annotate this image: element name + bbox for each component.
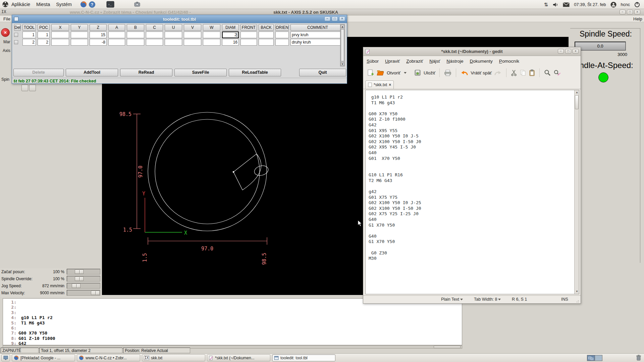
username-label[interactable]: hcnc [621,2,630,7]
paste-icon[interactable] [529,69,535,76]
scroll-down-icon[interactable]: ▼ [341,62,344,66]
spindle-minus-button[interactable] [21,84,28,91]
screenshot-tool-icon[interactable] [134,1,141,8]
tooledit-button[interactable]: Delete [13,69,64,76]
tab-skk-txt[interactable]: *skk.txt × [365,80,394,89]
workspace-switcher[interactable] [587,355,602,361]
gedit-menu-item[interactable]: Dokumenty [470,59,493,64]
cell-diam-focused[interactable]: 2 [222,32,239,38]
cell-x[interactable] [51,39,69,46]
cell-z[interactable]: 15 [90,32,107,38]
open-folder-icon[interactable] [376,69,384,76]
gedit-menu-item[interactable]: Upraviť [385,59,400,64]
cell-poc[interactable]: 2 [38,39,50,46]
estop-button[interactable]: × [1,28,10,37]
cell-back[interactable] [259,39,274,46]
user-icon[interactable] [610,2,616,8]
gedit-menu-item[interactable]: Nájsť [429,59,440,64]
cell-poc[interactable]: 1 [38,32,50,38]
scrollbar-thumb[interactable] [575,95,579,109]
cell-b[interactable] [127,32,144,38]
slider-handle[interactable] [72,284,80,288]
cell-back[interactable] [259,32,274,38]
maximize-icon[interactable]: □ [565,49,571,54]
cell-tool[interactable]: 2 [22,39,36,46]
gedit-menu-item[interactable]: Súbor [367,59,379,64]
cell-tool[interactable]: 1 [22,32,36,38]
chevron-down-icon[interactable] [404,72,407,74]
cell-x[interactable] [51,32,69,38]
scrollbar-thumb[interactable] [434,346,461,348]
scroll-up-icon[interactable]: ▲ [575,91,579,94]
cell-u[interactable] [165,39,182,46]
open-button-label[interactable]: Otvoriť [387,70,400,75]
cell-orien[interactable] [275,39,289,46]
copy-icon[interactable] [520,69,526,76]
cell-comment[interactable]: prvy kruh [290,32,345,38]
cell-v[interactable] [184,39,201,46]
tooledit-button[interactable]: Quit [299,69,346,76]
print-icon[interactable] [444,69,452,76]
panel-menu-item[interactable]: Aplikácie [11,2,30,7]
gedit-menu-item[interactable]: Zobraziť [406,59,423,64]
scroll-up-icon[interactable]: ▲ [341,25,344,28]
cell-w[interactable] [203,32,220,38]
tooledit-button[interactable]: ReRead [120,69,172,76]
spindle-plus-button[interactable] [29,84,36,91]
tooledit-button[interactable]: SaveFile [174,69,227,76]
trash-icon[interactable] [636,355,641,362]
help-icon[interactable]: ? [89,1,96,8]
minimize-icon[interactable]: − [558,49,564,54]
cell-a[interactable] [108,32,125,38]
delete-checkbox[interactable] [14,32,21,38]
clock[interactable]: 07:39, Št 27. feb [574,2,606,7]
search-replace-icon[interactable] [553,69,561,76]
cell-y[interactable] [71,39,88,46]
tooledit-button[interactable]: ReLoadTable [229,69,281,76]
redo-icon[interactable] [494,69,502,76]
terminal-icon[interactable]: ›_ [106,1,114,8]
show-desktop-button[interactable] [1,354,10,361]
taskbar-button-firefox-1[interactable]: [Překladač Google - ... [12,354,75,361]
minimize-icon[interactable]: − [324,16,330,21]
gedit-menu-item[interactable]: Pomocník [499,59,519,64]
close-icon[interactable]: × [339,16,345,21]
axis-menu-help[interactable]: Help [633,16,642,21]
cell-z[interactable]: -8 [90,39,107,46]
delete-checkbox[interactable] [14,39,21,46]
panel-menu-item[interactable]: Miesta [36,2,50,7]
spindle-override-slider[interactable] [67,276,100,282]
maximize-icon[interactable]: □ [627,10,633,14]
taskbar-button-firefox-2[interactable]: www.C-N-C.cz • Zobr... [77,354,140,361]
cell-a[interactable] [108,39,125,46]
cut-icon[interactable] [511,69,517,76]
tool-table-scrollbar[interactable]: ▲ ▼ [340,24,345,66]
language-selector[interactable]: Plain Text [441,297,463,302]
workspace-2[interactable] [595,355,602,361]
volume-icon[interactable] [552,2,558,7]
scrollbar-thumb[interactable] [341,29,344,61]
slider-handle[interactable] [75,269,84,274]
cell-w[interactable] [203,39,220,46]
cell-y[interactable] [71,32,88,38]
taskbar-button-axis[interactable]: IX skk.txt [142,354,205,361]
scroll-down-icon[interactable]: ▼ [575,290,579,293]
cell-u[interactable] [165,32,182,38]
panel-menu-item[interactable]: Systém [56,2,72,7]
tooledit-titlebar[interactable]: tooledit: tool.tbl − □ × [12,15,347,23]
new-document-icon[interactable] [367,69,374,76]
cell-c[interactable] [146,39,163,46]
taskbar-button-tooledit[interactable]: tooledit: tool.tbl [272,354,335,361]
max-velocity-slider[interactable] [67,290,100,296]
slider-handle[interactable] [75,277,84,281]
workspace-1[interactable] [587,355,595,361]
gedit-titlebar[interactable]: *skk.txt (~/Dokumenty) - gedit − □ × [363,47,581,56]
axis-menu-file[interactable]: File [3,16,10,21]
gcode-listing[interactable]: 1:2:3:4: g10 L1 P1 r25: T1 M6 g436:7:G00… [3,298,462,345]
cell-comment[interactable]: druhy kruh [290,39,345,46]
axis-tab-manual-fragment[interactable]: Mar [3,40,10,44]
cell-diam[interactable]: 16 [222,39,239,46]
tooledit-button[interactable]: AddTool [66,69,118,76]
close-icon[interactable]: × [573,49,579,54]
cell-v[interactable] [184,32,201,38]
